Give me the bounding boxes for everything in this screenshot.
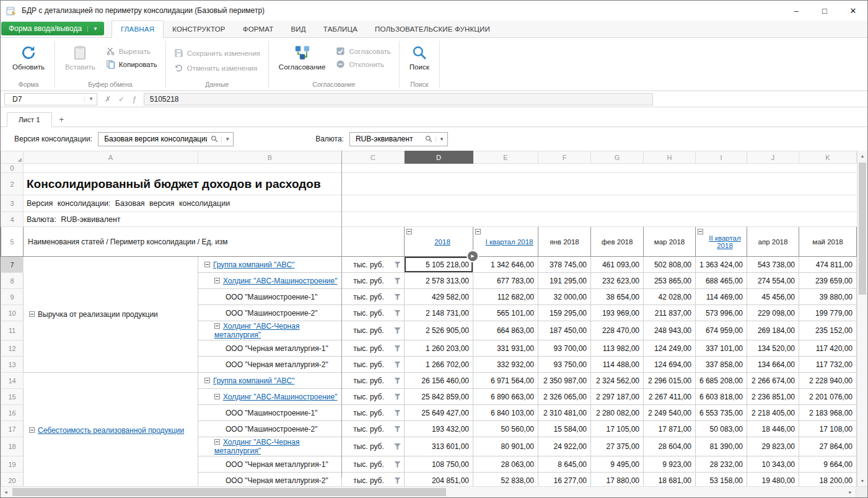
consolidation-version-select[interactable]: Базовая версия консолидации ▼	[98, 132, 234, 146]
approval-button[interactable]: Согласование	[273, 40, 331, 73]
value-cell[interactable]: 378 745,00	[538, 257, 591, 273]
row-header-20[interactable]: 20	[1, 473, 24, 487]
unit-cell[interactable]: тыс. руб.	[342, 405, 405, 421]
collapse-icon[interactable]	[29, 311, 35, 317]
row-header-14[interactable]: 14	[1, 373, 24, 389]
cancel-entry-icon[interactable]: ✗	[105, 95, 111, 104]
value-cell[interactable]: 10 343,00	[747, 456, 799, 473]
unit-cell[interactable]: тыс. руб.	[342, 456, 405, 473]
confirm-entry-icon[interactable]: ✓	[118, 95, 125, 104]
empty-row[interactable]	[24, 164, 857, 173]
entity-cell[interactable]: ООО "Машиностроение-2"	[198, 421, 342, 437]
value-cell[interactable]: 9 495,00	[591, 456, 644, 473]
value-cell[interactable]: 332 932,00	[473, 357, 538, 373]
value-cell[interactable]: 688 465,00	[696, 273, 747, 289]
approve-button[interactable]: Согласовать	[332, 46, 394, 56]
value-cell[interactable]: 337 101,00	[696, 340, 747, 357]
value-cell[interactable]: 474 811,00	[799, 257, 857, 273]
value-cell[interactable]: 17 108,00	[799, 421, 857, 437]
filter-icon[interactable]	[394, 426, 401, 432]
collapse-icon[interactable]	[214, 439, 220, 445]
value-cell[interactable]: 50 560,00	[473, 421, 538, 437]
version-line[interactable]: Версия консолидации: Базовая версия конс…	[24, 195, 857, 212]
collapse-icon[interactable]	[214, 323, 220, 329]
value-cell[interactable]: 117 420,00	[799, 340, 857, 357]
value-cell[interactable]: 134 520,00	[747, 340, 799, 357]
copy-button[interactable]: Копировать	[102, 59, 161, 69]
value-cell[interactable]: 6 685 208,00	[696, 373, 747, 389]
value-cell[interactable]: 45 456,00	[747, 289, 799, 305]
value-cell[interactable]: 6 971 564,00	[473, 373, 538, 389]
filter-icon[interactable]	[394, 478, 401, 484]
period-header[interactable]: 2018	[405, 227, 473, 257]
tab-format[interactable]: ФОРМАТ	[234, 20, 283, 37]
horizontal-scroll-thumb[interactable]	[12, 488, 446, 496]
value-cell[interactable]: 2 324 562,00	[591, 373, 644, 389]
filter-icon[interactable]	[394, 310, 401, 316]
value-cell[interactable]: 93 750,00	[538, 357, 591, 373]
article-group-cell[interactable]: Себестоимость реализованной продукции	[24, 373, 198, 487]
value-cell[interactable]: 664 863,00	[473, 321, 538, 340]
value-cell[interactable]: 114 488,00	[591, 357, 644, 373]
row-header-8[interactable]: 8	[1, 273, 24, 289]
row-header-5[interactable]: 5	[1, 227, 24, 257]
column-header-k[interactable]: K	[799, 151, 857, 164]
value-cell[interactable]: 461 093,00	[591, 257, 644, 273]
filter-icon[interactable]	[394, 278, 401, 284]
entity-cell[interactable]: ООО "Машиностроение-2"	[198, 305, 342, 321]
form-io-button[interactable]: Форма ввода/вывода ▼	[1, 22, 104, 35]
period-header[interactable]: апр 2018	[747, 227, 799, 257]
value-cell[interactable]: 199 779,00	[799, 305, 857, 321]
value-cell[interactable]: 16 277,00	[538, 473, 591, 487]
collapse-icon[interactable]	[475, 229, 481, 234]
column-header-c[interactable]: C	[342, 151, 405, 164]
period-header[interactable]: янв 2018	[538, 227, 591, 257]
value-cell[interactable]: 2 310 481,00	[538, 405, 591, 421]
value-cell[interactable]: 112 682,00	[473, 289, 538, 305]
value-cell[interactable]: 27 375,00	[591, 437, 644, 456]
filter-icon[interactable]	[394, 461, 401, 468]
value-cell[interactable]: 2 350 987,00	[538, 373, 591, 389]
unit-cell[interactable]: тыс. руб.	[342, 340, 405, 357]
value-cell[interactable]: 502 808,00	[644, 257, 696, 273]
entity-cell[interactable]: Холдинг "ABC-Машиностроение"	[198, 389, 342, 405]
entity-cell[interactable]: Группа компаний "ABC"	[198, 373, 342, 389]
period-header[interactable]: мар 2018	[644, 227, 696, 257]
value-cell[interactable]: 6 603 818,00	[696, 389, 747, 405]
value-cell[interactable]: 15 584,00	[538, 421, 591, 437]
entity-cell[interactable]: Холдинг "ABC-Черная металлургия"	[198, 437, 342, 456]
period-header[interactable]: II квартал 2018	[696, 227, 747, 257]
column-header-e[interactable]: E	[473, 151, 538, 164]
value-cell[interactable]: 108 750,00	[405, 456, 473, 473]
entity-cell[interactable]: ООО "Машиностроение-1"	[198, 289, 342, 305]
filter-icon[interactable]	[394, 345, 401, 352]
entity-cell[interactable]: Холдинг "ABC-Машиностроение"	[198, 273, 342, 289]
chevron-down-icon[interactable]: ▼	[221, 136, 230, 142]
value-cell[interactable]: 239 659,00	[799, 273, 857, 289]
value-cell[interactable]: 2 326 065,00	[538, 389, 591, 405]
value-cell[interactable]: 17 880,00	[591, 473, 644, 487]
value-cell[interactable]: 124 249,00	[644, 340, 696, 357]
tab-glavnaya[interactable]: ГЛАВНАЯ	[112, 20, 164, 38]
value-cell[interactable]: 674 959,00	[696, 321, 747, 340]
value-cell[interactable]: 52 838,00	[473, 473, 538, 487]
value-cell[interactable]: 28 604,00	[644, 437, 696, 456]
sheet-tab-list1[interactable]: Лист 1	[7, 112, 52, 127]
value-cell[interactable]: 6 553 735,00	[696, 405, 747, 421]
value-cell[interactable]: 32 000,00	[538, 289, 591, 305]
value-cell[interactable]: 50 083,00	[696, 421, 747, 437]
value-cell[interactable]: 232 623,00	[591, 273, 644, 289]
articles-header[interactable]: Наименования статей / Периметр консолида…	[24, 227, 342, 257]
reject-button[interactable]: Отклонить	[332, 59, 394, 69]
value-cell[interactable]: 29 823,00	[747, 437, 799, 456]
collapse-icon[interactable]	[204, 378, 210, 383]
value-cell[interactable]: 193 969,00	[591, 305, 644, 321]
value-cell[interactable]: 53 158,00	[696, 473, 747, 487]
tab-tablitsa[interactable]: ТАБЛИЦА	[315, 20, 366, 37]
value-cell[interactable]: 313 601,00	[405, 437, 473, 456]
filter-icon[interactable]	[394, 362, 401, 368]
column-header-a[interactable]: A	[24, 151, 198, 164]
value-cell[interactable]: 211 837,00	[644, 305, 696, 321]
value-cell[interactable]: 5 105 218,00▶	[405, 257, 473, 273]
value-cell[interactable]: 229 098,00	[747, 305, 799, 321]
